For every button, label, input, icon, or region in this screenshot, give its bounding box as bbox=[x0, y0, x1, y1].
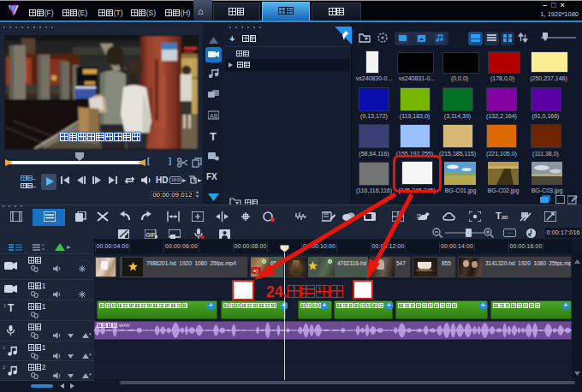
svg-text:T: T bbox=[210, 130, 217, 142]
svg-text:AB: AB bbox=[210, 113, 218, 119]
svg-text:GIF: GIF bbox=[146, 232, 156, 238]
